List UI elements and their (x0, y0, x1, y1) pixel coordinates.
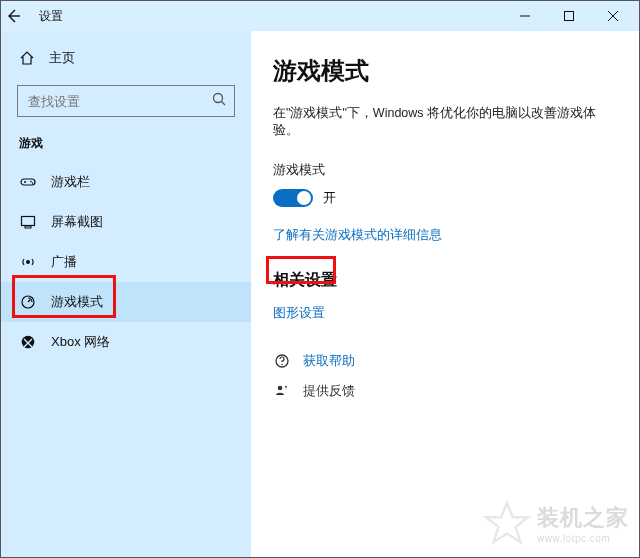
section-label: 游戏 (1, 127, 251, 162)
maximize-icon (564, 11, 574, 21)
minimize-button[interactable] (503, 1, 547, 31)
nav-item-xbox-networking[interactable]: Xbox 网络 (1, 322, 251, 362)
nav-item-captures[interactable]: 屏幕截图 (1, 202, 251, 242)
game-mode-toggle[interactable] (273, 189, 313, 207)
graphics-settings-link[interactable]: 图形设置 (273, 305, 325, 322)
toggle-label: 游戏模式 (273, 161, 617, 179)
captures-icon (19, 213, 37, 231)
svg-rect-6 (21, 179, 35, 185)
svg-point-4 (214, 94, 223, 103)
nav-item-game-bar[interactable]: 游戏栏 (1, 162, 251, 202)
svg-point-19 (278, 386, 283, 391)
game-mode-icon (19, 293, 37, 311)
body: 主页 游戏 游戏栏 (1, 31, 639, 557)
svg-point-16 (22, 336, 35, 349)
nav-label: Xbox 网络 (51, 333, 110, 351)
close-icon (608, 11, 618, 21)
titlebar: 设置 (1, 1, 639, 31)
svg-point-18 (281, 364, 283, 366)
maximize-button[interactable] (547, 1, 591, 31)
nav-item-game-mode[interactable]: 游戏模式 (1, 282, 251, 322)
search-wrap (17, 85, 235, 117)
toggle-state: 开 (323, 189, 336, 207)
toggle-row: 开 (273, 189, 617, 207)
toggle-knob (297, 191, 311, 205)
svg-line-15 (28, 300, 31, 303)
nav-item-broadcasting[interactable]: 广播 (1, 242, 251, 282)
svg-line-5 (222, 102, 226, 106)
feedback-icon (273, 382, 291, 400)
svg-rect-1 (565, 12, 574, 21)
back-button[interactable] (5, 8, 35, 24)
get-help-row[interactable]: 获取帮助 (273, 352, 617, 370)
svg-rect-12 (25, 226, 31, 228)
close-button[interactable] (591, 1, 635, 31)
nav-label: 游戏模式 (51, 293, 103, 311)
svg-point-13 (26, 260, 30, 264)
svg-point-9 (30, 181, 32, 183)
help-icon (273, 352, 291, 370)
search-box[interactable] (17, 85, 235, 117)
minimize-icon (520, 11, 530, 21)
home-label: 主页 (49, 49, 75, 67)
nav-label: 游戏栏 (51, 173, 90, 191)
window-controls (503, 1, 635, 31)
related-settings-heading: 相关设置 (273, 270, 617, 291)
home-icon (19, 50, 35, 66)
nav-list: 游戏栏 屏幕截图 广播 (1, 162, 251, 362)
svg-point-10 (32, 182, 34, 184)
settings-window: 设置 主页 (0, 0, 640, 558)
learn-more-link[interactable]: 了解有关游戏模式的详细信息 (273, 227, 442, 244)
xbox-icon (19, 333, 37, 351)
home-button[interactable]: 主页 (1, 39, 251, 77)
give-feedback-label: 提供反馈 (303, 383, 355, 400)
help-block: 获取帮助 提供反馈 (273, 352, 617, 400)
broadcast-icon (19, 253, 37, 271)
give-feedback-row[interactable]: 提供反馈 (273, 382, 617, 400)
nav-label: 广播 (51, 253, 77, 271)
get-help-label: 获取帮助 (303, 353, 355, 370)
search-input[interactable] (17, 85, 235, 117)
svg-rect-11 (22, 217, 35, 226)
nav-label: 屏幕截图 (51, 213, 103, 231)
window-title: 设置 (39, 8, 503, 25)
page-description: 在"游戏模式"下，Windows 将优化你的电脑以改善游戏体验。 (273, 105, 617, 139)
sidebar: 主页 游戏 游戏栏 (1, 31, 251, 557)
arrow-left-icon (5, 8, 21, 24)
game-bar-icon (19, 173, 37, 191)
page-title: 游戏模式 (273, 55, 617, 87)
content-pane: 游戏模式 在"游戏模式"下，Windows 将优化你的电脑以改善游戏体验。 游戏… (251, 31, 639, 557)
search-icon (211, 91, 227, 107)
